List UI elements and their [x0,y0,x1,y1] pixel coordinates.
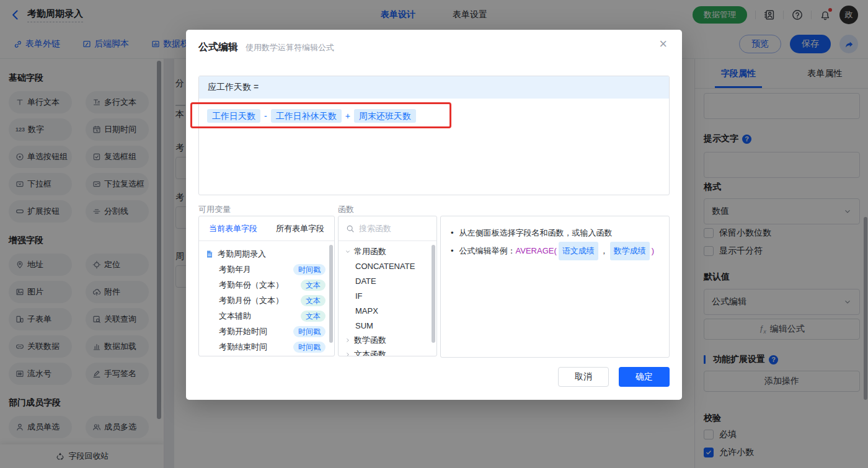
formula-editor-box: 应工作天数 = 工作日天数-工作日补休天数+周末还班天数 [198,76,670,195]
variables-scrollbar[interactable] [329,245,333,343]
variables-tabs: 当前表单字段 所有表单字段 [199,216,334,241]
modal-footer: 取消 确定 [558,367,670,387]
formula-operator: - [264,111,267,121]
help-arg2-chip: 数学成绩 [610,242,650,260]
bullet: • [451,242,454,260]
variable-field-row[interactable]: 考勤结束时间时间戳 [199,339,334,355]
variable-field-row[interactable]: 考勤年份（文本）文本 [199,277,334,293]
variable-type-badge: 时间戳 [293,326,326,337]
variable-field-row[interactable]: 考勤月份（文本）文本 [199,293,334,308]
variable-type-badge: 文本 [301,280,326,291]
functions-panel: 常用函数CONCATENATEDATEIFMAPXSUM数学函数文本函数 [338,216,437,356]
variable-field-row[interactable]: 考勤开始时间时间戳 [199,324,334,339]
variable-type-badge: 时间戳 [293,264,326,275]
tab-current-form-fields[interactable]: 当前表单字段 [209,223,257,234]
function-item[interactable]: SUM [339,318,436,333]
confirm-button[interactable]: 确定 [619,367,670,387]
doc-icon [205,250,214,258]
search-icon [346,224,355,233]
formula-field-token[interactable]: 周末还班天数 [354,109,416,123]
form-designer-app: 考勤周期录入 表单设计 表单设置 数据管理 政 表单外链后端脚本数据权 [0,0,868,468]
variable-type-badge: 时间戳 [293,342,326,353]
function-group-expanded[interactable]: 常用函数 [339,244,436,258]
modal-header: 公式编辑 使用数学运算符编辑公式 [198,41,334,54]
function-group-collapsed[interactable]: 文本函数 [339,347,436,356]
variables-panel: 当前表单字段 所有表单字段 考勤周期录入考勤年月时间戳考勤年份（文本）文本考勤月… [198,216,335,356]
functions-scrollbar[interactable] [432,245,435,343]
variable-root-label: 考勤周期录入 [218,249,266,260]
variable-type-badge: 文本 [301,295,326,306]
variable-field-name: 考勤月份（文本） [219,295,301,306]
function-item[interactable]: IF [339,288,436,303]
function-item[interactable]: MAPX [339,303,436,318]
cancel-button[interactable]: 取消 [558,367,609,387]
modal-subtitle: 使用数学运算符编辑公式 [246,42,334,53]
variable-field-row[interactable]: 考勤年月时间戳 [199,262,334,277]
chevron-down-icon [345,249,351,255]
function-group-label: 文本函数 [354,349,386,357]
help-arg1-chip: 语文成绩 [559,242,598,260]
help-example-prefix: 公式编辑举例： [459,242,516,260]
help-line-2: • 公式编辑举例： AVERAGE( 语文成绩 ， 数学成绩 ) [451,242,659,260]
chevron-right-icon [345,351,351,357]
formula-target: 应工作天数 = [199,76,669,99]
formula-operator: + [345,111,350,121]
variable-field-name: 文本辅助 [219,311,301,322]
function-group-label: 数学函数 [354,335,386,346]
function-search [339,216,436,241]
variable-field-name: 考勤开始时间 [219,326,293,337]
bullet: • [451,224,454,242]
close-icon[interactable]: × [659,37,667,51]
variable-tree-root[interactable]: 考勤周期录入 [199,246,334,262]
chevron-right-icon [345,337,351,343]
functions-label: 函数 [338,204,354,215]
formula-field-token[interactable]: 工作日天数 [207,109,260,123]
function-item[interactable]: CONCATENATE [339,258,436,273]
help-comma: ， [600,242,608,260]
variable-field-name: 考勤年份（文本） [219,280,301,291]
help-fn-open: AVERAGE( [516,242,557,260]
function-group-label: 常用函数 [354,246,386,257]
help-line-1: • 从左侧面板选择字段名和函数，或输入函数 [451,224,659,242]
variable-field-name: 考勤年月 [219,264,293,275]
variable-field-name: 考勤结束时间 [219,342,293,353]
tab-all-form-fields[interactable]: 所有表单字段 [276,223,324,234]
formula-input-area[interactable]: 工作日天数-工作日补休天数+周末还班天数 [199,99,669,133]
variable-field-row[interactable]: 文本辅助文本 [199,308,334,324]
function-group-collapsed[interactable]: 数学函数 [339,333,436,347]
formula-field-token[interactable]: 工作日补休天数 [271,109,342,123]
modal-title: 公式编辑 [198,41,238,54]
function-item[interactable]: DATE [339,273,436,288]
formula-help-panel: • 从左侧面板选择字段名和函数，或输入函数 • 公式编辑举例： AVERAGE(… [440,216,670,358]
help-fn-close: ) [652,242,654,260]
help-line-1-text: 从左侧面板选择字段名和函数，或输入函数 [459,224,613,242]
formula-editor-modal: 公式编辑 使用数学运算符编辑公式 × 应工作天数 = 工作日天数-工作日补休天数… [186,30,682,400]
variable-type-badge: 文本 [301,311,326,322]
variables-label: 可用变量 [198,204,231,215]
function-search-input[interactable] [359,224,429,233]
